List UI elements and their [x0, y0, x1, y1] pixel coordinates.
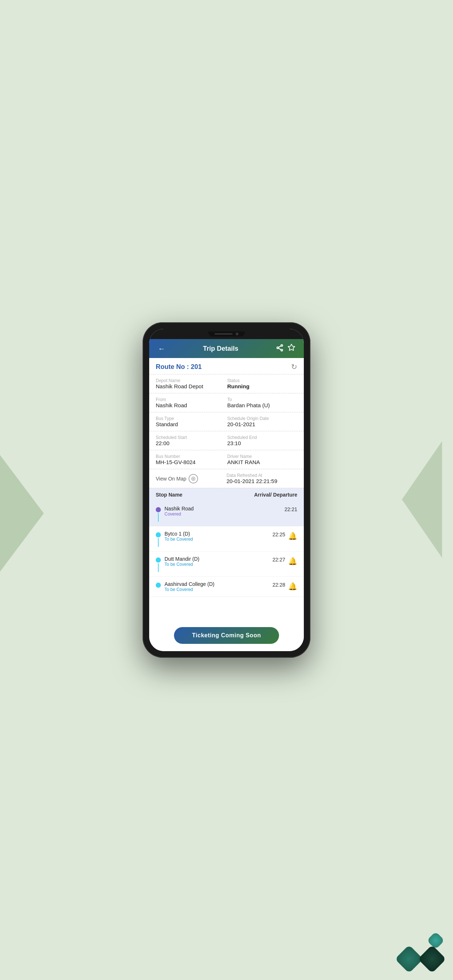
bus-type-block: Bus Type Standard: [156, 416, 226, 427]
arrival-time: 22:27: [273, 557, 285, 563]
stop-dot-container: [156, 556, 161, 572]
bus-driver-section: Bus Number MH-15-GV-8024 Driver Name ANK…: [149, 450, 304, 469]
map-circle-icon: [188, 474, 198, 484]
status-block: Status Running: [227, 378, 297, 390]
stop-arrival: 22:27 🔔: [273, 556, 297, 565]
stop-dot-container: [156, 581, 161, 588]
stop-info: Dutt Mandir (D) To be Covered: [164, 556, 269, 567]
svg-marker-5: [288, 344, 295, 350]
stop-dot: [156, 507, 161, 512]
schedule-origin-block: Schedule Origin Date 20-01-2021: [227, 416, 297, 427]
to-block: To Bardan Phata (U): [227, 397, 297, 408]
driver-block: Driver Name ANKIT RANA: [227, 454, 297, 465]
bell-icon[interactable]: 🔔: [288, 531, 297, 540]
stop-name: Aashirvad College (D): [164, 581, 269, 587]
stop-arrival: 22:21: [284, 506, 297, 512]
hex-large: [395, 945, 423, 974]
data-refreshed-value: 20-01-2021 22:21:59: [226, 478, 297, 484]
stops-table-header: Stop Name Arrival/ Departure: [149, 488, 304, 501]
page-title: Trip Details: [167, 345, 274, 353]
svg-line-3: [279, 348, 281, 350]
notch-bar: [149, 329, 304, 339]
stop-status: To be Covered: [164, 587, 269, 592]
dot-line: [158, 513, 159, 522]
bg-hex-group: [399, 934, 442, 969]
depot-block: Depot Name Nashik Road Depot: [156, 378, 226, 390]
from-to-section: From Nashik Road To Bardan Phata (U): [149, 393, 304, 412]
back-button[interactable]: ←: [156, 345, 167, 353]
stop-row: Nashik Road Covered 22:21: [149, 501, 304, 527]
bg-decoration-left: [0, 455, 44, 572]
bus-number-value: MH-15-GV-8024: [156, 459, 226, 465]
to-label: To: [227, 397, 297, 402]
to-value: Bardan Phata (U): [227, 402, 297, 408]
bus-number-label: Bus Number: [156, 454, 226, 459]
camera: [236, 332, 239, 336]
bus-number-block: Bus Number MH-15-GV-8024: [156, 454, 226, 465]
phone-shell: ← Trip Details Route N: [143, 322, 310, 658]
route-number: Route No : 201: [156, 363, 202, 371]
dot-line: [158, 563, 159, 572]
stop-status: To be Covered: [164, 562, 269, 567]
svg-point-6: [191, 477, 195, 480]
share-icon[interactable]: [274, 344, 286, 354]
data-refreshed-block: Data Refreshed At 20-01-2021 22:21:59: [226, 473, 297, 484]
depot-status-section: Depot Name Nashik Road Depot Status Runn…: [149, 374, 304, 393]
stop-status: To be Covered: [164, 537, 269, 542]
stop-dot: [156, 557, 161, 563]
bus-type-value: Standard: [156, 421, 226, 427]
notch: [208, 331, 245, 337]
schedule-origin-value: 20-01-2021: [227, 421, 297, 427]
col-arrival: Arrival/ Departure: [254, 492, 297, 498]
app-header: ← Trip Details: [149, 339, 304, 358]
driver-label: Driver Name: [227, 454, 297, 459]
stop-dot-container: [156, 506, 161, 522]
stop-dot: [156, 582, 161, 588]
stop-row: Dutt Mandir (D) To be Covered 22:27 🔔: [149, 552, 304, 577]
scheduled-end-value: 23:10: [227, 440, 297, 446]
ticketing-button[interactable]: Ticketing Coming Soon: [174, 627, 279, 644]
content-area: Route No : 201 ↻ Depot Name Nashik Road …: [149, 358, 304, 621]
arrival-time: 22:25: [273, 531, 285, 538]
stop-info: Nashik Road Covered: [164, 506, 281, 517]
refresh-icon[interactable]: ↻: [291, 363, 297, 371]
arrival-time: 22:21: [284, 506, 297, 512]
hex-dark: [418, 945, 447, 974]
stop-info: Bytco 1 (D) To be Covered: [164, 531, 269, 542]
stop-info: Aashirvad College (D) To be Covered: [164, 581, 269, 592]
stop-status: Covered: [164, 512, 281, 517]
svg-line-4: [279, 345, 281, 347]
scheduled-start-label: Scheduled Start: [156, 435, 226, 440]
arrival-time: 22:28: [273, 582, 285, 588]
page-wrapper: ← Trip Details Route N: [0, 0, 453, 980]
bottom-area: Ticketing Coming Soon: [149, 621, 304, 651]
stop-row: Bytco 1 (D) To be Covered 22:25 🔔: [149, 527, 304, 552]
stop-arrival: 22:25 🔔: [273, 531, 297, 540]
map-refresh-section: View On Map Data Refreshed At 20-01-2021…: [149, 469, 304, 488]
status-label: Status: [227, 378, 297, 383]
view-map-button[interactable]: View On Map: [156, 474, 226, 484]
view-map-label: View On Map: [156, 476, 187, 482]
phone-screen: ← Trip Details Route N: [149, 329, 304, 651]
schedule-origin-label: Schedule Origin Date: [227, 416, 297, 421]
schedule-section: Scheduled Start 22:00 Scheduled End 23:1…: [149, 431, 304, 450]
speaker: [214, 333, 233, 335]
status-value: Running: [227, 383, 297, 390]
stop-row: Aashirvad College (D) To be Covered 22:2…: [149, 577, 304, 597]
bus-type-label: Bus Type: [156, 416, 226, 421]
stop-name: Bytco 1 (D): [164, 531, 269, 537]
star-icon[interactable]: [286, 344, 297, 354]
stop-name: Dutt Mandir (D): [164, 556, 269, 562]
stop-dot-container: [156, 531, 161, 547]
stop-name: Nashik Road: [164, 506, 281, 512]
depot-label: Depot Name: [156, 378, 226, 383]
scheduled-end-label: Scheduled End: [227, 435, 297, 440]
stop-dot: [156, 532, 161, 538]
scheduled-start-value: 22:00: [156, 440, 226, 446]
bell-icon[interactable]: 🔔: [288, 557, 297, 565]
scheduled-end-block: Scheduled End 23:10: [227, 435, 297, 446]
from-block: From Nashik Road: [156, 397, 226, 408]
data-refreshed-label: Data Refreshed At: [226, 473, 297, 478]
bell-icon[interactable]: 🔔: [288, 582, 297, 590]
stop-arrival: 22:28 🔔: [273, 581, 297, 590]
